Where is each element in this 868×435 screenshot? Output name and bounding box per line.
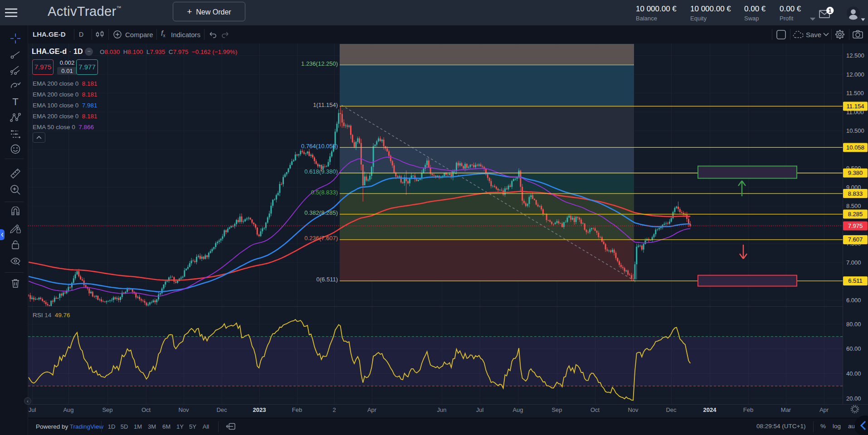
svg-text:Jun: Jun xyxy=(437,406,447,413)
svg-text:0.764(10.058): 0.764(10.058) xyxy=(301,143,338,150)
svg-text:12.000: 12.000 xyxy=(846,71,864,78)
svg-text:Sep: Sep xyxy=(551,406,562,413)
svg-text:Feb: Feb xyxy=(292,406,302,413)
svg-text:Feb: Feb xyxy=(743,406,753,413)
svg-text:Aug: Aug xyxy=(63,406,73,413)
svg-text:20.00: 20.00 xyxy=(846,395,861,402)
svg-text:8.500: 8.500 xyxy=(846,203,861,209)
svg-text:0.5(8.833): 0.5(8.833) xyxy=(311,189,338,196)
svg-text:1: 1 xyxy=(829,8,832,14)
svg-text:Aug: Aug xyxy=(512,406,523,413)
svg-text:Nov: Nov xyxy=(628,406,639,413)
svg-text:6.000: 6.000 xyxy=(846,297,861,304)
svg-text:6.511: 6.511 xyxy=(848,277,863,284)
svg-text:1(11.154): 1(11.154) xyxy=(313,102,338,108)
svg-text:10.500: 10.500 xyxy=(846,127,864,134)
svg-text:Apr: Apr xyxy=(819,406,829,413)
svg-text:Mar: Mar xyxy=(781,406,791,413)
svg-text:0.382(8.285): 0.382(8.285) xyxy=(304,209,338,216)
svg-text:80.00: 80.00 xyxy=(846,321,861,328)
svg-text:11.500: 11.500 xyxy=(846,90,864,97)
svg-text:Jul: Jul xyxy=(29,406,36,413)
svg-text:1.236(12.250): 1.236(12.250) xyxy=(301,60,338,67)
svg-text:T: T xyxy=(12,96,18,107)
svg-text:Oct: Oct xyxy=(141,406,151,413)
svg-text:0(6.511): 0(6.511) xyxy=(317,276,338,283)
svg-text:8.833: 8.833 xyxy=(848,190,863,197)
svg-text:2: 2 xyxy=(332,406,336,413)
svg-text:Nov: Nov xyxy=(178,406,189,413)
svg-text:Oct: Oct xyxy=(590,406,600,413)
svg-text:10.058: 10.058 xyxy=(846,144,864,151)
svg-text:7.607: 7.607 xyxy=(848,236,863,243)
svg-text:2024: 2024 xyxy=(703,406,717,413)
svg-text:9.380: 9.380 xyxy=(848,169,863,176)
svg-text:2023: 2023 xyxy=(253,406,266,413)
svg-text:Dec: Dec xyxy=(216,406,227,413)
svg-text:8.285: 8.285 xyxy=(848,211,863,218)
svg-text:7.000: 7.000 xyxy=(846,259,861,266)
svg-text:0.236(7.607): 0.236(7.607) xyxy=(304,235,338,242)
svg-text:11.154: 11.154 xyxy=(847,103,864,110)
svg-text:7.975: 7.975 xyxy=(848,222,863,229)
svg-text:0.618(9.380): 0.618(9.380) xyxy=(304,168,338,175)
svg-text:12.500: 12.500 xyxy=(846,52,864,59)
svg-text:Apr: Apr xyxy=(367,406,377,413)
svg-text:Dec: Dec xyxy=(666,406,677,413)
svg-text:60.00: 60.00 xyxy=(846,345,861,352)
svg-text:Jul: Jul xyxy=(476,406,484,413)
svg-text:Sep: Sep xyxy=(102,406,112,413)
svg-text:40.00: 40.00 xyxy=(846,370,861,377)
